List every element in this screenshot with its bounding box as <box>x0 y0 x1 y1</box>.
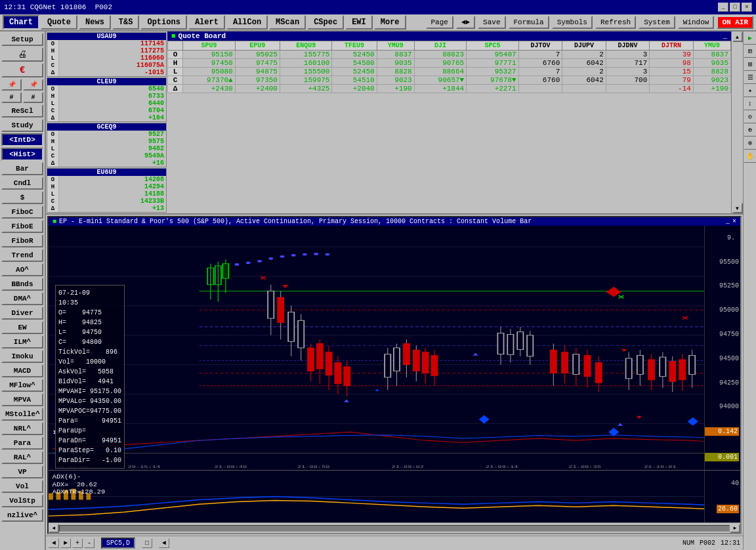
svg-point-97 <box>268 257 273 260</box>
svg-rect-58 <box>497 333 503 354</box>
cndl-button[interactable]: Cndl <box>1 177 43 190</box>
maximize-button[interactable]: □ <box>730 3 740 12</box>
right-icon-4[interactable]: ☰ <box>744 71 756 84</box>
svg-rect-84 <box>648 360 654 380</box>
chart-scroll-left-icon[interactable]: ◄ <box>49 524 59 533</box>
vol-button[interactable]: Vol <box>1 480 43 493</box>
menu-news[interactable]: News <box>79 15 111 30</box>
menu-cspec[interactable]: CSpec <box>307 15 344 30</box>
right-icon-1[interactable]: ▶ <box>744 32 756 45</box>
right-icon-7[interactable]: ⊙ <box>744 110 756 123</box>
save-button[interactable]: Save <box>478 16 505 29</box>
quote-board-minimize[interactable]: _ <box>723 32 727 40</box>
para-button[interactable]: Para <box>1 436 43 450</box>
scroll-up-icon[interactable]: ▲ <box>732 32 743 42</box>
euro-icon[interactable]: € <box>1 63 43 77</box>
info-paradn: ParaDn= 94951 <box>58 436 121 446</box>
chart-view-button[interactable]: □ <box>142 538 152 548</box>
window-button[interactable]: Window <box>678 16 715 29</box>
formula-button[interactable]: Formula <box>509 16 549 29</box>
nzlive-button[interactable]: nzlive^ <box>1 509 43 522</box>
diver-button[interactable]: Diver <box>1 307 43 320</box>
right-icon-9[interactable]: ⊗ <box>744 137 756 150</box>
pin-row: 📌 📌 <box>1 79 43 91</box>
symbol-row-h-usau9: H 117275 <box>47 47 166 54</box>
pin1-icon[interactable]: 📌 <box>1 79 22 91</box>
chart-scroll-right-icon[interactable]: ► <box>730 524 740 533</box>
hash1-button[interactable]: # <box>1 92 22 103</box>
quote-scrollbar: ▲ ▼ <box>731 32 743 213</box>
right-icon-3[interactable]: ⊠ <box>744 58 756 71</box>
ilm-button[interactable]: ILM^ <box>1 335 43 349</box>
setup-button[interactable]: Setup <box>1 33 43 46</box>
info-tickvol: TickVol= 896 <box>58 347 121 357</box>
nrl-button[interactable]: NRL^ <box>1 422 43 435</box>
dma-button[interactable]: DMA^ <box>1 292 43 305</box>
chart-minimize-button[interactable]: _ <box>726 218 730 225</box>
scroll-right-button[interactable]: ► <box>60 538 71 548</box>
svg-rect-60 <box>507 334 513 354</box>
menu-ewi[interactable]: EWI <box>345 15 373 30</box>
ao-button[interactable]: AO^ <box>1 263 43 276</box>
ew-button[interactable]: EW <box>1 321 43 334</box>
scroll-left-button[interactable]: ◄ <box>49 538 59 548</box>
zoom-minus-button[interactable]: - <box>84 538 94 548</box>
fibor-button[interactable]: FiboR <box>1 234 43 247</box>
page-button[interactable]: Page <box>426 16 453 29</box>
scroll-down-icon[interactable]: ▼ <box>732 203 743 213</box>
minimize-button[interactable]: _ <box>718 3 728 12</box>
right-icon-8[interactable]: ⊕ <box>744 123 756 137</box>
hist-button[interactable]: <Hist> <box>1 148 43 161</box>
refresh-button[interactable]: Refresh <box>595 16 636 29</box>
bbnds-button[interactable]: BBnds <box>1 278 43 291</box>
trend-button[interactable]: Trend <box>1 249 43 262</box>
menu-alert[interactable]: Alert <box>188 15 225 30</box>
svg-text:21-10:01: 21-10:01 <box>644 465 677 469</box>
symbol-row-o-gceq9: O 9527 <box>47 131 166 138</box>
svg-rect-38 <box>335 362 341 383</box>
system-button[interactable]: System <box>639 16 675 29</box>
right-icon-10[interactable]: ✋ <box>744 150 756 163</box>
mflow-button[interactable]: MFlow^ <box>1 379 43 392</box>
menu-chart[interactable]: Chart <box>3 15 39 30</box>
imoku-button[interactable]: Imoku <box>1 350 43 363</box>
volstp-button[interactable]: VolStp <box>1 494 43 507</box>
pin2-icon[interactable]: 📌 <box>23 79 43 91</box>
menu-ts[interactable]: T&S <box>112 15 140 30</box>
svg-text:21-09:02: 21-09:02 <box>391 465 424 469</box>
fiboe-button[interactable]: FiboE <box>1 220 43 233</box>
menu-allcon[interactable]: AllCon <box>226 15 268 30</box>
svg-rect-80 <box>626 358 632 379</box>
print-icon[interactable]: 🖨 <box>1 47 43 62</box>
symbols-button[interactable]: Symbols <box>552 16 593 29</box>
mstolle-button[interactable]: MStolle^ <box>1 408 43 421</box>
hash2-button[interactable]: # <box>23 92 43 103</box>
zoom-plus-button[interactable]: + <box>72 538 83 548</box>
dollar-button[interactable]: $ <box>1 191 43 204</box>
rescl-button[interactable]: ReScl <box>1 104 43 117</box>
mpva-button[interactable]: MPVA <box>1 393 43 406</box>
symbol-display[interactable]: SPC5,D <box>101 538 135 549</box>
menu-options[interactable]: Options <box>140 15 186 30</box>
nav-button[interactable]: ◄► <box>456 16 475 29</box>
symbol-row-d-eu6u9: Δ +13 <box>47 205 166 212</box>
fiboc-button[interactable]: FiboC <box>1 205 43 219</box>
study-button[interactable]: Study <box>1 119 43 132</box>
intd-button[interactable]: <IntD> <box>1 133 43 146</box>
macd-button[interactable]: MACD <box>1 364 43 377</box>
menu-mscan[interactable]: MScan <box>269 15 306 30</box>
chart-close-button[interactable]: × <box>732 218 736 225</box>
symbol-row-l-gceq9: L 9482 <box>47 145 166 152</box>
close-button[interactable]: × <box>742 3 752 12</box>
right-icon-6[interactable]: ↕ <box>744 97 756 110</box>
right-icon-5[interactable]: ✦ <box>744 84 756 97</box>
bar-button[interactable]: Bar <box>1 162 43 175</box>
menu-more[interactable]: More <box>374 15 406 30</box>
svg-text:▲: ▲ <box>618 421 623 427</box>
chart-svg-area[interactable]: × ▼ <box>49 226 704 470</box>
scroll-arrow-button[interactable]: ◄ <box>159 538 169 548</box>
right-icon-2[interactable]: ⊞ <box>744 45 756 58</box>
ral-button[interactable]: RAL^ <box>1 451 43 464</box>
vp-button[interactable]: VP <box>1 465 43 478</box>
menu-quote[interactable]: Quote <box>41 15 77 30</box>
